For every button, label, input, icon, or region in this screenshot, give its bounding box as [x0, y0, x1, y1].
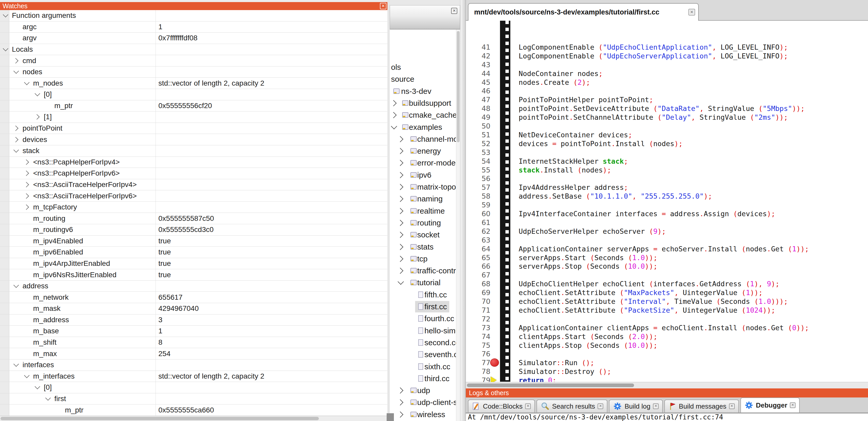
watch-row[interactable]: m_ipv4Enabledtrue [0, 235, 388, 247]
watch-row[interactable]: m_address3 [0, 315, 388, 326]
line-number[interactable]: 65 [466, 253, 490, 261]
watch-row[interactable]: devices [0, 134, 388, 145]
tree-item-channel-mod[interactable]: channel-mod [390, 133, 456, 145]
tree-item-matrix-topolo[interactable]: matrix-topolo [390, 181, 456, 193]
chevron-right-icon[interactable] [397, 387, 403, 394]
watches-scrollbar-thumb[interactable] [1, 417, 319, 420]
line-number[interactable]: 43 [466, 61, 490, 68]
chevron-right-icon[interactable] [397, 399, 403, 406]
watch-row[interactable]: nodes [0, 66, 388, 78]
chevron-right-icon[interactable] [13, 137, 19, 142]
line-number[interactable]: 69 [466, 289, 490, 297]
close-icon[interactable] [597, 403, 603, 409]
tree-item-socket[interactable]: socket [390, 229, 456, 240]
breakpoint-icon[interactable] [490, 358, 499, 367]
tree-item-udp[interactable]: udp [390, 385, 456, 396]
logs-tab-build-messages[interactable]: Build messages [664, 399, 739, 413]
watch-row[interactable]: stack [0, 145, 388, 157]
chevron-right-icon[interactable] [24, 171, 29, 176]
line-number[interactable]: 63 [466, 236, 490, 244]
tree-item-second-cc[interactable]: second.cc [390, 337, 456, 348]
watch-row[interactable]: m_ipv6Enabledtrue [0, 247, 388, 258]
chevron-right-icon[interactable] [397, 412, 403, 418]
line-number[interactable]: 67 [466, 271, 490, 279]
line-number[interactable]: 47 [466, 96, 490, 104]
chevron-right-icon[interactable] [397, 244, 403, 250]
chevron-down-icon[interactable] [398, 279, 404, 285]
line-number[interactable]: 57 [466, 183, 490, 191]
editor-scrollbar-thumb[interactable] [467, 384, 634, 387]
line-number[interactable]: 56 [466, 174, 490, 183]
logs-tab-code-blocks[interactable]: Code::Blocks [468, 399, 535, 413]
tree-item-realtime[interactable]: realtime [390, 205, 456, 217]
tree-item-third-cc[interactable]: third.cc [390, 373, 456, 384]
line-number[interactable]: 72 [466, 315, 490, 323]
chevron-right-icon[interactable] [397, 136, 403, 142]
chevron-right-icon[interactable] [397, 148, 403, 154]
watch-row[interactable]: Locals [0, 44, 388, 55]
tree-item-traffic-contro[interactable]: traffic-contro [390, 265, 456, 277]
tree-item-sixth-cc[interactable]: sixth.cc [390, 361, 456, 373]
line-number[interactable]: 71 [466, 306, 490, 314]
tree-item-error-model[interactable]: error-model [390, 157, 456, 169]
tree-item-stats[interactable]: stats [390, 241, 456, 253]
chevron-right-icon[interactable] [397, 184, 403, 190]
tree-item-fourth-cc[interactable]: fourth.cc [390, 313, 456, 324]
watches-tree-splitter[interactable] [388, 0, 390, 421]
tree-item-ns-3-dev[interactable]: ns-3-dev [390, 86, 456, 97]
watch-row[interactable]: <ns3::PcapHelperForIpv4> [0, 157, 388, 168]
line-number[interactable]: 51 [466, 131, 490, 139]
tree-item-first-cc[interactable]: first.cc [390, 301, 456, 313]
logs-tab-build-log[interactable]: Build log [609, 399, 663, 413]
line-number[interactable]: 77 [466, 359, 490, 367]
watch-row[interactable]: m_network655617 [0, 292, 388, 303]
chevron-down-icon[interactable] [13, 147, 19, 153]
watch-row[interactable]: m_max254 [0, 348, 388, 359]
line-number[interactable]: 48 [466, 104, 490, 112]
tree-item-ipv6[interactable]: ipv6 [390, 169, 456, 181]
line-number[interactable]: 45 [466, 78, 490, 86]
chevron-down-icon[interactable] [3, 12, 8, 17]
line-number[interactable]: 73 [466, 324, 490, 331]
watch-row[interactable]: m_mask4294967040 [0, 303, 388, 315]
line-number[interactable]: 68 [466, 280, 490, 288]
line-number[interactable]: 49 [466, 113, 490, 121]
line-number[interactable]: 46 [466, 87, 490, 95]
chevron-right-icon[interactable] [397, 196, 403, 202]
chevron-right-icon[interactable] [34, 114, 40, 120]
watch-row[interactable]: first [0, 393, 388, 405]
watches-horizontal-scrollbar[interactable] [0, 416, 388, 421]
line-number[interactable]: 59 [466, 201, 490, 209]
line-number[interactable]: 74 [466, 332, 490, 340]
line-number[interactable]: 58 [466, 192, 490, 200]
close-icon[interactable] [688, 9, 695, 15]
line-number[interactable]: 78 [466, 367, 490, 376]
watch-row[interactable]: [0] [0, 382, 388, 393]
chevron-right-icon[interactable] [24, 193, 29, 199]
chevron-down-icon[interactable] [391, 123, 397, 129]
line-number[interactable]: 54 [466, 157, 490, 165]
tree-scrollbar-thumb[interactable] [457, 31, 460, 142]
chevron-right-icon[interactable] [397, 220, 403, 226]
close-icon[interactable] [451, 8, 457, 14]
chevron-right-icon[interactable] [397, 208, 403, 214]
chevron-down-icon[interactable] [13, 361, 19, 367]
chevron-right-icon[interactable] [397, 268, 403, 274]
editor-horizontal-scrollbar[interactable] [466, 382, 868, 388]
tree-item-tcp[interactable]: tcp [390, 253, 456, 264]
watch-row[interactable]: address [0, 281, 388, 292]
watch-row[interactable]: m_ptr0x5555555ca660 [0, 404, 388, 416]
watch-row[interactable]: [0] [0, 89, 388, 100]
logs-tab-debugger[interactable]: Debugger [740, 397, 800, 413]
watch-row[interactable]: pointToPoint [0, 123, 388, 134]
watch-row[interactable]: m_shift8 [0, 337, 388, 348]
tree-item-source[interactable]: source [390, 73, 456, 85]
line-number[interactable]: 64 [466, 245, 490, 253]
line-number[interactable]: 70 [466, 297, 490, 305]
watch-row[interactable]: [1] [0, 111, 388, 123]
tree-item-seventh-cc[interactable]: seventh.cc [390, 349, 456, 360]
line-number[interactable]: 50 [466, 122, 490, 130]
watch-row[interactable]: m_ipv4ArpJitterEnabledtrue [0, 258, 388, 269]
tree-editor-splitter[interactable] [460, 0, 466, 421]
chevron-right-icon[interactable] [13, 125, 19, 131]
